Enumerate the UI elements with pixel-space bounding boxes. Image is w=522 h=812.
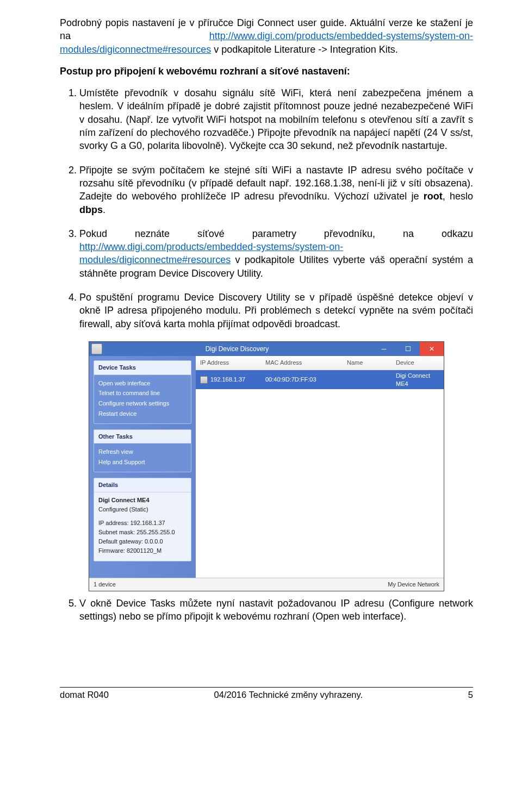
task-refresh[interactable]: Refresh view: [98, 447, 187, 457]
footer-right: 5: [468, 690, 473, 700]
panel-device-tasks: Device Tasks Open web interface Telnet t…: [94, 360, 191, 424]
page-footer: domat R040 04/2016 Technické změny vyhra…: [60, 687, 473, 700]
details-gateway: Default gateway: 0.0.0.0: [98, 537, 187, 546]
status-bar: 1 device My Device Network: [89, 578, 444, 591]
panel-device-tasks-title: Device Tasks: [94, 361, 191, 375]
task-restart[interactable]: Restart device: [98, 409, 187, 419]
step-4-text: Po spuštění programu Device Discovery Ut…: [79, 292, 473, 329]
footer-center: 04/2016 Technické změny vyhrazeny.: [214, 690, 363, 700]
step-2-dbps: dbps: [79, 204, 103, 215]
panel-other-tasks-title: Other Tasks: [94, 430, 191, 444]
step-2-root: root: [424, 191, 443, 202]
details-configured: Configured (Static): [98, 505, 187, 514]
details-ip: IP address: 192.168.1.37: [98, 519, 187, 528]
step-2-text-c: .: [103, 204, 105, 215]
main-pane: IP Address MAC Address Name Device 192.1…: [196, 356, 444, 578]
step-3: Pokud neznáte síťové parametry převodník…: [79, 227, 473, 280]
sidebar: Device Tasks Open web interface Telnet t…: [89, 356, 196, 578]
panel-details: Details Digi Connect ME4 Configured (Sta…: [94, 478, 191, 561]
step-2-text-b: , heslo: [443, 191, 473, 202]
intro-text-post: v podkapitole Literature -> Integration …: [211, 44, 398, 55]
close-button[interactable]: ✕: [420, 342, 444, 356]
col-device[interactable]: Device: [396, 359, 439, 367]
task-configure-network[interactable]: Configure network settings: [98, 398, 187, 409]
screenshot-container: Digi Device Discovery ─ ☐ ✕ Device Tasks…: [60, 341, 473, 591]
step-5-text: V okně Device Tasks můžete nyní nastavit…: [79, 598, 473, 622]
window-title: Digi Device Discovery: [102, 345, 372, 353]
step-2-text-a: Připojte se svým počítačem ke stejné sít…: [79, 165, 473, 202]
minimize-button[interactable]: ─: [372, 342, 396, 356]
col-ip[interactable]: IP Address: [200, 359, 265, 367]
step-1-text: Umístěte převodník v dosahu signálu sítě…: [79, 88, 473, 151]
col-name[interactable]: Name: [347, 359, 396, 367]
details-device-name: Digi Connect ME4: [98, 496, 187, 505]
task-help[interactable]: Help and Support: [98, 457, 187, 467]
panel-details-title: Details: [94, 478, 191, 492]
row-ip: 192.168.1.37: [210, 376, 245, 384]
device-row[interactable]: 192.168.1.37 00:40:9D:7D:FF:03 Digi Conn…: [196, 370, 444, 390]
task-telnet[interactable]: Telnet to command line: [98, 388, 187, 398]
task-open-web[interactable]: Open web interface: [98, 378, 187, 389]
step-4: Po spuštění programu Device Discovery Ut…: [79, 291, 473, 330]
app-icon: [91, 343, 102, 354]
details-firmware: Firmware: 82001120_M: [98, 546, 187, 555]
maximize-button[interactable]: ☐: [396, 342, 420, 356]
app-window: Digi Device Discovery ─ ☐ ✕ Device Tasks…: [89, 341, 444, 591]
details-subnet: Subnet mask: 255.255.255.0: [98, 528, 187, 537]
step-3-text-a: Pokud neznáte síťové parametry převodník…: [79, 228, 473, 239]
intro-paragraph: Podrobný popis nastavení je v příručce D…: [60, 16, 473, 56]
window-buttons: ─ ☐ ✕: [372, 342, 444, 356]
col-mac[interactable]: MAC Address: [265, 359, 347, 367]
row-mac: 00:40:9D:7D:FF:03: [265, 376, 347, 384]
status-right: My Device Network: [388, 580, 439, 589]
column-headers: IP Address MAC Address Name Device: [196, 356, 444, 370]
panel-other-tasks: Other Tasks Refresh view Help and Suppor…: [94, 429, 191, 472]
section-heading: Postup pro připojení k webovému rozhraní…: [60, 65, 473, 78]
titlebar: Digi Device Discovery ─ ☐ ✕: [89, 342, 444, 356]
footer-left: domat R040: [60, 690, 109, 700]
status-left: 1 device: [94, 580, 116, 589]
step-2: Připojte se svým počítačem ke stejné sít…: [79, 164, 473, 216]
step-1: Umístěte převodník v dosahu signálu sítě…: [79, 86, 473, 152]
device-icon: [200, 376, 208, 384]
row-device: Digi Connect ME4: [396, 372, 439, 388]
step-5: V okně Device Tasks můžete nyní nastavit…: [79, 597, 473, 623]
